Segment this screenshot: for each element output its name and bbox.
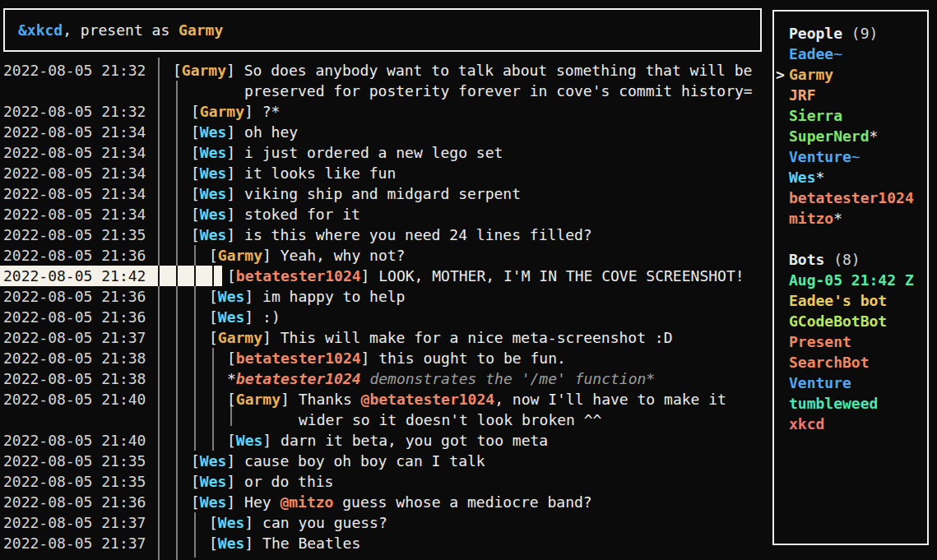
timestamp: 2022-08-05 21:36 [3, 492, 146, 512]
timestamp: 2022-08-05 21:37 [3, 533, 146, 553]
message-text: [Wes] or do this [191, 471, 333, 492]
chat-row-highlighted: 2022-08-05 21:42[betatester1024] LOOK, M… [0, 266, 937, 286]
message-segment: darn it beta, you got too meta [281, 432, 548, 449]
message-segment: ] [226, 62, 244, 79]
message-segment: [ [227, 391, 236, 408]
chat-row: 2022-08-05 21:35[Wes] is this where you … [0, 224, 937, 245]
message-segment: [ [209, 247, 218, 264]
message-segment: oh hey [244, 123, 298, 141]
current-nick: Garmy [179, 21, 223, 39]
message-segment: * [227, 370, 236, 387]
message-segment: can you guess? [262, 514, 387, 531]
timestamp: 2022-08-05 21:40 [3, 389, 146, 410]
chat-row: 2022-08-05 21:36[Garmy] Yeah, why not? [0, 245, 937, 266]
timestamp: 2022-08-05 21:35 [3, 451, 146, 471]
chat-row: 2022-08-05 21:37[Wes] can you guess? [0, 512, 937, 533]
channel-name: &xkcd [18, 21, 63, 39]
message-segment: cause boy oh boy can I talk [244, 452, 485, 470]
nickname: Garmy [182, 62, 226, 79]
message-segment: ] [226, 226, 244, 243]
timestamp: 2022-08-05 21:35 [3, 224, 146, 245]
timestamp: 2022-08-05 21:37 [3, 327, 146, 348]
message-segment: [ [227, 267, 236, 285]
timestamp: 2022-08-05 21:34 [3, 122, 146, 142]
message-segment: viking ship and midgard serpent [244, 185, 521, 202]
nickname: betatester1024 [236, 349, 361, 367]
timestamp: 2022-08-05 21:34 [3, 183, 146, 204]
message-segment: ] [226, 452, 244, 470]
thread-line-inverted [194, 266, 196, 286]
message-segment: [ [191, 123, 200, 141]
message-segment: [ [209, 514, 218, 531]
chat-row: 2022-08-05 21:34[Wes] stoked for it [0, 204, 937, 224]
message-segment: ] [244, 308, 262, 326]
chat-row: wider so it doesn't look broken ^^ [0, 410, 937, 430]
message-text: [Wes] The Beatles [209, 533, 360, 553]
message-segment: [ [191, 164, 200, 182]
timestamp: 2022-08-05 21:38 [3, 348, 146, 368]
message-segment: [ [191, 493, 200, 511]
nickname: Wes [200, 123, 227, 141]
section-count: (9) [842, 25, 878, 42]
message-segment: [ [191, 103, 200, 120]
timestamp: 2022-08-05 21:40 [3, 430, 146, 451]
message-text: [Wes] viking ship and midgard serpent [191, 183, 521, 204]
nickname: Wes [200, 226, 227, 243]
nickname: Garmy [236, 391, 281, 408]
message-text: [Wes] is this where you need 24 lines fi… [191, 224, 592, 245]
chat-row: 2022-08-05 21:36[Wes] Hey @mitzo guess w… [0, 492, 937, 512]
message-segment: ] [244, 288, 262, 305]
message-segment: im happy to help [262, 288, 405, 305]
chat-row: 2022-08-05 21:40[Wes] darn it beta, you … [0, 430, 937, 451]
message-segment: So does anybody want to talk about somet… [244, 62, 753, 79]
message-segment: ] [262, 432, 281, 449]
nickname: Wes [200, 493, 227, 511]
message-segment: or do this [244, 473, 333, 490]
section-label: People [776, 25, 842, 42]
channel-header-box: &xkcd, present as Garmy [3, 8, 762, 52]
timestamp: 2022-08-05 21:36 [3, 245, 146, 266]
message-segment: Hey [244, 493, 280, 511]
nickname: Wes [218, 288, 245, 305]
chat-row: 2022-08-05 21:35[Wes] or do this [0, 471, 937, 492]
message-text: [Garmy] ?* [191, 101, 280, 122]
message-segment: wider so it doesn't look broken ^^ [299, 411, 601, 428]
message-text: [Wes] oh hey [191, 122, 298, 142]
message-text: [Wes] im happy to help [209, 286, 405, 307]
message-text: [betatester1024] LOOK, MOTHER, I'M IN TH… [227, 266, 744, 286]
message-text: [betatester1024] this ought to be fun. [227, 348, 566, 368]
channel-header: &xkcd, present as Garmy [18, 10, 223, 50]
message-segment: this ought to be fun. [378, 349, 566, 367]
nickname: @mitzo [280, 493, 333, 511]
message-segment: :) [262, 308, 281, 326]
message-segment: ] [226, 185, 244, 202]
message-segment: [ [209, 308, 218, 326]
nickname: Wes [200, 206, 227, 223]
message-segment: is this where you need 24 lines filled? [244, 226, 592, 243]
message-segment: ] [226, 123, 244, 141]
message-segment: ] [262, 329, 281, 346]
nickname: betatester1024 [236, 267, 361, 285]
chat-row: 2022-08-05 21:40[Garmy] Thanks @betatest… [0, 389, 937, 410]
message-text: [Wes] cause boy oh boy can I talk [191, 451, 485, 471]
message-segment: ?* [262, 103, 281, 120]
nickname: Wes [200, 144, 227, 161]
message-text: [Wes] i just ordered a new lego set [191, 142, 503, 163]
nickname: Wes [236, 432, 263, 449]
nickname: betatester1024 [236, 370, 361, 387]
message-text: [Garmy] So does anybody want to talk abo… [173, 60, 752, 81]
message-segment: ] [226, 473, 244, 490]
chat-row: 2022-08-05 21:38*betatester1024 demonstr… [0, 368, 937, 389]
message-text: preserved for posterity forever in cove'… [244, 81, 753, 101]
nickname: @betatester1024 [361, 391, 495, 408]
thread-line-inverted [212, 266, 214, 286]
chat-row: 2022-08-05 21:32[Garmy] So does anybody … [0, 60, 937, 81]
message-segment: ] [226, 164, 244, 182]
message-segment: ] [226, 144, 244, 161]
message-segment: [ [209, 535, 218, 552]
header-middle-text: , present as [63, 21, 179, 39]
message-segment: ] [281, 391, 299, 408]
message-segment: ] [262, 247, 281, 264]
timestamp: 2022-08-05 21:36 [3, 286, 146, 307]
message-text: [Garmy] Thanks @betatester1024, now I'll… [227, 389, 726, 410]
